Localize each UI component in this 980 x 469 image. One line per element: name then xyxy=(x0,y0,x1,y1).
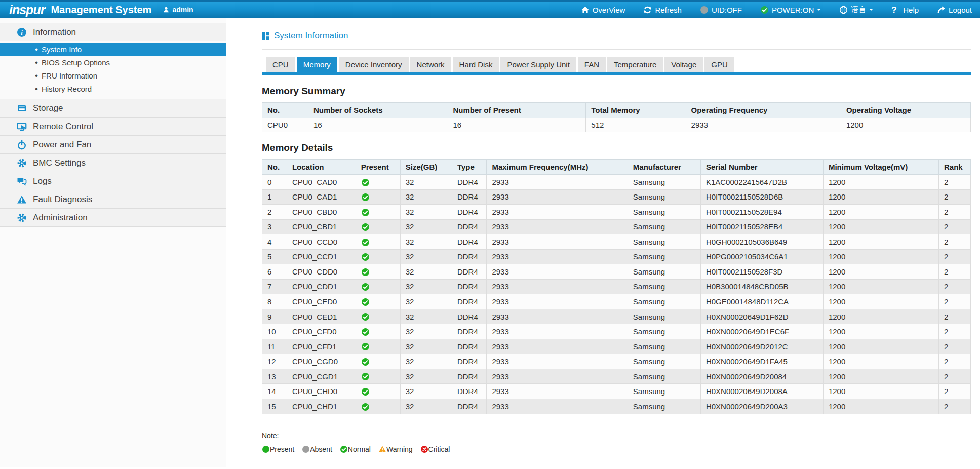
tab-hard-disk[interactable]: Hard Disk xyxy=(453,57,499,72)
cell-total: 512 xyxy=(586,118,686,132)
tab-voltage[interactable]: Voltage xyxy=(664,57,703,72)
topmenu-power[interactable]: POWER:ON xyxy=(760,6,821,14)
sidebar-subitem-history-record[interactable]: •History Record xyxy=(0,82,226,95)
cell-present: 16 xyxy=(448,118,586,132)
table-row: 12CPU0_CGD032DDR42933SamsungH0XN00020649… xyxy=(262,354,971,369)
bullet-icon: • xyxy=(35,85,38,93)
tab-power-supply-unit[interactable]: Power Supply Unit xyxy=(500,57,576,72)
cell-max_freq: 2933 xyxy=(487,175,628,190)
sidebar-item-power-and-fan[interactable]: Power and Fan xyxy=(0,135,226,153)
help-icon: ? xyxy=(891,6,900,14)
sidebar: iInformation•System Info•BIOS Setup Opti… xyxy=(0,18,226,467)
cell-type: DDR4 xyxy=(452,249,487,264)
topmenu-label-refresh: Refresh xyxy=(655,6,682,14)
cell-rank: 2 xyxy=(938,324,970,339)
sidebar-item-bmc-settings[interactable]: BMC Settings xyxy=(0,153,226,172)
cell-no: 14 xyxy=(262,384,287,399)
topmenu-help[interactable]: ?Help xyxy=(891,6,919,14)
column-header-max_freq: Maximum Frequency(MHz) xyxy=(487,160,628,175)
topbar: inspur Management System admin OverViewR… xyxy=(0,0,980,18)
tab-fan[interactable]: FAN xyxy=(578,57,606,72)
cell-serial: H0XN00020649D20084 xyxy=(700,369,823,384)
column-header-voltage: Operating Voltage xyxy=(841,103,970,118)
cell-location: CPU0_CCD1 xyxy=(287,249,356,264)
sidebar-menu: iInformation•System Info•BIOS Setup Opti… xyxy=(0,23,226,227)
normal-check-icon xyxy=(361,372,370,381)
cell-min_voltage: 1200 xyxy=(823,205,938,220)
normal-check-icon xyxy=(361,358,370,366)
cell-no: 8 xyxy=(262,294,287,309)
cell-manufacturer: Samsung xyxy=(628,354,700,369)
tab-cpu[interactable]: CPU xyxy=(266,57,295,72)
sidebar-subitem-bios-setup-options[interactable]: •BIOS Setup Options xyxy=(0,56,226,69)
cell-serial: H0XN00020649D200A3 xyxy=(700,399,823,414)
sidebar-item-administration[interactable]: Administration xyxy=(0,208,226,226)
column-header-sockets: Number of Sockets xyxy=(308,103,448,118)
tab-gpu[interactable]: GPU xyxy=(704,57,734,72)
sidebar-item-label: Fault Diagnosis xyxy=(33,194,92,205)
topmenu-language[interactable]: 语言 xyxy=(839,5,873,15)
cell-max_freq: 2933 xyxy=(487,249,628,264)
tab-memory[interactable]: Memory xyxy=(297,57,337,72)
cell-freq: 2933 xyxy=(686,118,841,132)
cell-min_voltage: 1200 xyxy=(823,279,938,294)
sidebar-subitem-fru-information[interactable]: •FRU Information xyxy=(0,69,226,82)
cell-min_voltage: 1200 xyxy=(823,339,938,354)
tab-device-inventory[interactable]: Device Inventory xyxy=(339,57,409,72)
sidebar-item-label: Remote Control xyxy=(33,122,93,132)
note: Note: PresentAbsentNormalWarningCritical xyxy=(262,432,971,453)
user-chip: admin xyxy=(163,6,193,14)
normal-check-icon xyxy=(361,223,370,231)
table-row: 15CPU0_CHD132DDR42933SamsungH0XN00020649… xyxy=(262,399,971,414)
topmenu-logout[interactable]: Logout xyxy=(937,6,972,14)
sidebar-item-label: Storage xyxy=(33,103,63,113)
globe-icon xyxy=(839,6,848,14)
cell-serial: H0IT00021150528EB4 xyxy=(700,219,823,235)
sidebar-item-label: Logs xyxy=(33,176,52,186)
sidebar-item-information[interactable]: iInformation xyxy=(0,23,226,41)
table-row: CPU0161651229331200 xyxy=(262,118,971,132)
remote-control-icon xyxy=(17,122,27,132)
tab-network[interactable]: Network xyxy=(410,57,451,72)
cell-location: CPU0_CAD0 xyxy=(287,175,356,190)
cell-manufacturer: Samsung xyxy=(628,294,700,309)
page-title-icon xyxy=(262,32,270,40)
sidebar-item-storage[interactable]: Storage xyxy=(0,99,226,117)
cell-type: DDR4 xyxy=(452,235,487,250)
cell-size: 32 xyxy=(400,205,452,220)
legend-label: Normal xyxy=(348,445,371,453)
sidebar-item-remote-control[interactable]: Remote Control xyxy=(0,117,226,135)
sidebar-subitem-system-info[interactable]: •System Info xyxy=(0,43,226,56)
cell-manufacturer: Samsung xyxy=(628,235,700,250)
normal-check-icon xyxy=(361,328,370,336)
tab-temperature[interactable]: Temperature xyxy=(607,57,663,72)
cell-no: 0 xyxy=(262,175,287,190)
cell-present xyxy=(356,309,400,324)
topmenu-overview[interactable]: OverView xyxy=(581,6,625,14)
cell-manufacturer: Samsung xyxy=(628,189,700,205)
table-row: 1CPU0_CAD132DDR42933SamsungH0IT000211505… xyxy=(262,189,971,205)
memory-details-table: No.LocationPresentSize(GB)TypeMaximum Fr… xyxy=(262,159,971,414)
cell-location: CPU0_CFD1 xyxy=(287,339,356,354)
page-title: System Information xyxy=(262,31,971,41)
cell-present xyxy=(356,339,400,354)
cell-max_freq: 2933 xyxy=(487,354,628,369)
cell-no: 1 xyxy=(262,189,287,205)
cell-size: 32 xyxy=(400,219,452,235)
topmenu-uid[interactable]: UID:OFF xyxy=(700,6,742,14)
normal-check-icon xyxy=(361,268,370,277)
table-row: 3CPU0_CBD132DDR42933SamsungH0IT000211505… xyxy=(262,219,971,235)
cell-location: CPU0_CGD0 xyxy=(287,354,356,369)
normal-check-icon xyxy=(361,193,370,202)
cell-serial: H0XN00020649D2008A xyxy=(700,384,823,399)
cell-no: 2 xyxy=(262,205,287,220)
legend-label: Warning xyxy=(386,445,413,453)
sidebar-item-fault-diagnosis[interactable]: Fault Diagnosis xyxy=(0,190,226,208)
sidebar-item-logs[interactable]: Logs xyxy=(0,172,226,190)
cell-manufacturer: Samsung xyxy=(628,309,700,324)
cell-serial: H0GH0002105036B649 xyxy=(700,235,823,250)
topmenu-refresh[interactable]: Refresh xyxy=(643,6,682,14)
table-row: 9CPU0_CED132DDR42933SamsungH0XN00020649D… xyxy=(262,309,971,324)
page-title-label: System Information xyxy=(274,31,348,41)
sidebar-item-label: Power and Fan xyxy=(33,140,91,150)
